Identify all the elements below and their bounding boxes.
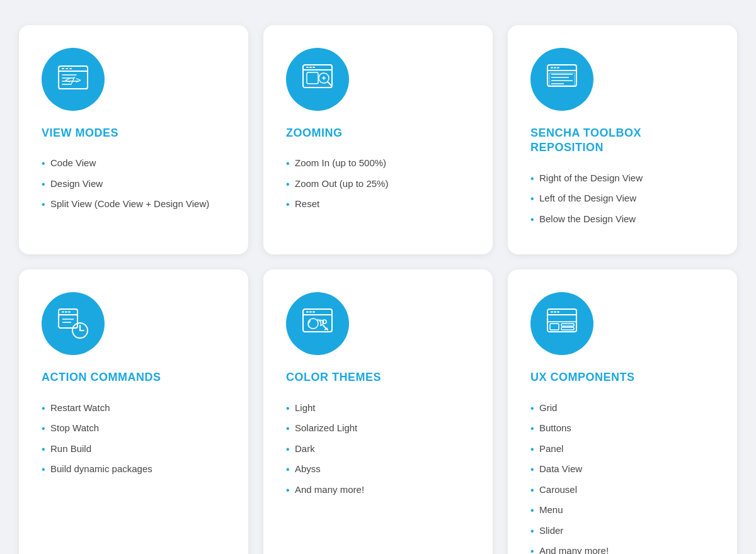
list-item: Below the Design View (530, 209, 714, 230)
list-item: Left of the Design View (530, 188, 714, 209)
card-action-commands: ACTION COMMANDS Restart WatchStop WatchR… (19, 269, 248, 554)
list-item: And many more! (286, 480, 470, 500)
action-commands-title: ACTION COMMANDS (42, 370, 226, 385)
list-item: Restart Watch (42, 398, 226, 419)
list-item: Design View (42, 174, 226, 195)
ux-components-icon (530, 292, 593, 355)
list-item: Carousel (530, 480, 714, 500)
zooming-icon (286, 48, 349, 111)
list-item: Solarized Light (286, 418, 470, 439)
list-item: Build dynamic packages (42, 459, 226, 480)
card-sencha-toolbox: SENCHA TOOLBOX REPOSITION Right of the D… (508, 25, 737, 254)
svg-rect-58 (561, 327, 574, 330)
list-item: Run Build (42, 439, 226, 460)
color-themes-title: COLOR THEMES (286, 370, 470, 385)
list-item: Code View (42, 153, 226, 174)
ux-components-title: UX COMPONENTS (530, 370, 714, 385)
svg-rect-16 (307, 72, 318, 84)
action-commands-list: Restart WatchStop WatchRun BuildBuild dy… (42, 398, 226, 480)
svg-rect-57 (561, 324, 574, 326)
sencha-toolbox-list: Right of the Design ViewLeft of the Desi… (530, 168, 714, 230)
sencha-toolbox-title: SENCHA TOOLBOX REPOSITION (530, 126, 714, 155)
card-ux-components: UX COMPONENTS GridButtonsPanelData ViewC… (508, 269, 737, 554)
zooming-list: Zoom In (up to 500%)Zoom Out (up to 25%)… (286, 153, 470, 215)
list-item: Slider (530, 521, 714, 541)
card-color-themes: COLOR THEMES LightSolarized LightDarkAby… (263, 269, 493, 554)
svg-text:</>: </> (65, 75, 81, 85)
list-item: Stop Watch (42, 418, 226, 439)
list-item: Panel (530, 439, 714, 460)
svg-rect-56 (550, 324, 559, 330)
view-modes-icon: </> (42, 48, 105, 111)
list-item: Zoom Out (up to 25%) (286, 174, 470, 195)
svg-line-18 (328, 82, 331, 86)
list-item: Split View (Code View + Design View) (42, 194, 226, 215)
ux-components-list: GridButtonsPanelData ViewCarouselMenuSli… (530, 398, 714, 554)
list-item: Abyss (286, 459, 470, 480)
list-item: Right of the Design View (530, 168, 714, 189)
card-zooming: ZOOMING Zoom In (up to 500%)Zoom Out (up… (263, 25, 493, 254)
list-item: Reset (286, 194, 470, 215)
color-themes-list: LightSolarized LightDarkAbyssAnd many mo… (286, 398, 470, 500)
list-item: Menu (530, 500, 714, 521)
list-item: And many more! (530, 541, 714, 554)
card-view-modes: </> VIEW MODES Code ViewDesign ViewSplit… (19, 25, 248, 254)
action-commands-icon (42, 292, 105, 355)
list-item: Data View (530, 459, 714, 480)
sencha-toolbox-icon (530, 48, 593, 111)
list-item: Light (286, 398, 470, 419)
list-item: Dark (286, 439, 470, 460)
view-modes-title: VIEW MODES (42, 126, 226, 140)
feature-grid: </> VIEW MODES Code ViewDesign ViewSplit… (19, 25, 737, 554)
list-item: Buttons (530, 418, 714, 439)
list-item: Grid (530, 398, 714, 419)
color-themes-icon (286, 292, 349, 355)
list-item: Zoom In (up to 500%) (286, 153, 470, 174)
view-modes-list: Code ViewDesign ViewSplit View (Code Vie… (42, 153, 226, 215)
zooming-title: ZOOMING (286, 126, 470, 140)
